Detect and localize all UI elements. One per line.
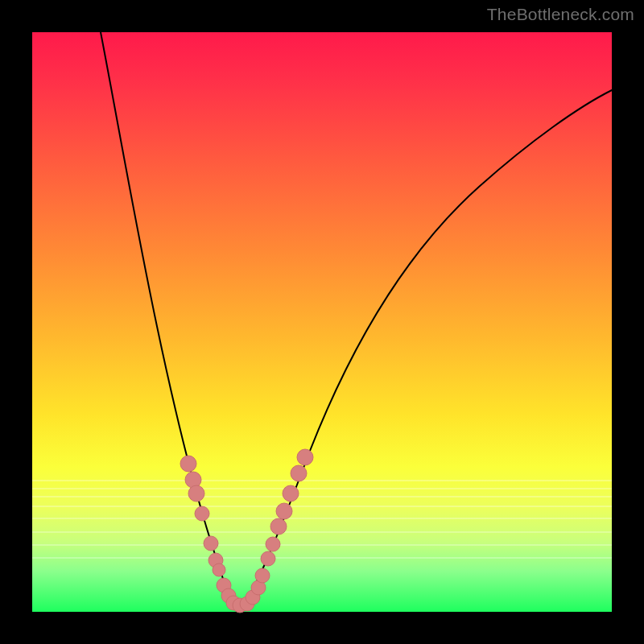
- data-marker: [195, 506, 209, 521]
- watermark-text: TheBottleneck.com: [487, 5, 634, 24]
- data-marker: [261, 551, 275, 566]
- data-marker: [255, 568, 270, 583]
- curve-left-branch: [101, 32, 233, 605]
- data-marker: [297, 449, 313, 465]
- curve-right-branch: [240, 90, 612, 608]
- data-marker: [188, 485, 204, 502]
- data-marker: [213, 564, 225, 576]
- data-marker: [283, 485, 299, 502]
- data-marker: [276, 503, 292, 519]
- data-marker: [266, 537, 280, 551]
- curve-layer: [32, 32, 612, 612]
- chart-stage: TheBottleneck.com: [0, 0, 644, 644]
- data-marker: [204, 536, 218, 551]
- data-marker: [270, 518, 287, 535]
- data-marker: [291, 465, 307, 481]
- plot-area: [32, 32, 612, 612]
- data-marker: [180, 456, 196, 472]
